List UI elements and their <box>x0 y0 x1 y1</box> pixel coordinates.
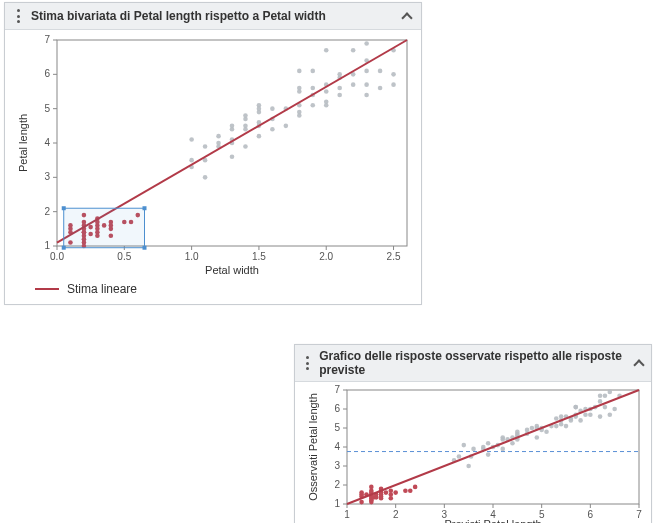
svg-text:0.0: 0.0 <box>50 251 64 262</box>
svg-point-188 <box>371 495 376 500</box>
svg-point-101 <box>337 86 342 91</box>
svg-point-174 <box>389 496 394 501</box>
svg-point-92 <box>310 103 315 108</box>
svg-point-172 <box>369 485 374 490</box>
svg-point-242 <box>598 399 603 404</box>
kebab-icon[interactable] <box>301 354 313 372</box>
svg-text:Petal length: Petal length <box>17 114 29 172</box>
svg-line-251 <box>347 390 639 504</box>
svg-point-245 <box>608 412 613 417</box>
svg-point-183 <box>408 488 413 493</box>
svg-text:5: 5 <box>44 103 50 114</box>
svg-point-91 <box>297 110 302 115</box>
svg-point-184 <box>413 485 418 490</box>
svg-point-165 <box>359 500 364 505</box>
svg-point-240 <box>608 390 613 395</box>
svg-point-235 <box>583 412 588 417</box>
svg-point-61 <box>203 175 208 180</box>
svg-text:2: 2 <box>334 479 340 490</box>
svg-point-198 <box>486 452 491 457</box>
legend-label: Stima lineare <box>67 282 137 296</box>
svg-point-182 <box>403 488 408 493</box>
svg-point-222 <box>554 424 559 429</box>
svg-point-100 <box>324 100 329 105</box>
svg-point-94 <box>310 86 315 91</box>
svg-point-238 <box>588 412 593 417</box>
panel-header[interactable]: Stima bivariata di Petal length rispetto… <box>5 3 421 30</box>
svg-text:6: 6 <box>44 68 50 79</box>
svg-point-105 <box>351 82 356 87</box>
svg-point-84 <box>284 124 289 129</box>
svg-text:6: 6 <box>588 509 594 520</box>
svg-point-60 <box>189 158 194 163</box>
svg-point-171 <box>389 488 394 493</box>
svg-text:4: 4 <box>44 137 50 148</box>
svg-point-72 <box>243 144 248 149</box>
svg-point-104 <box>337 72 342 77</box>
svg-text:1.0: 1.0 <box>185 251 199 262</box>
svg-point-250 <box>486 441 491 446</box>
svg-point-225 <box>573 405 578 410</box>
svg-point-80 <box>257 106 262 111</box>
svg-point-166 <box>359 490 364 495</box>
svg-point-111 <box>364 93 369 98</box>
svg-text:3: 3 <box>334 460 340 471</box>
svg-text:7: 7 <box>636 509 642 520</box>
svg-point-210 <box>530 426 535 431</box>
svg-point-226 <box>564 424 569 429</box>
legend-line-icon <box>35 288 59 290</box>
svg-point-116 <box>391 72 396 77</box>
svg-text:7: 7 <box>44 34 50 45</box>
svg-point-90 <box>297 69 302 74</box>
obs-pred-plot[interactable]: 12345671234567Previsti Petal lengthOsser… <box>295 382 651 523</box>
svg-text:7: 7 <box>334 384 340 395</box>
svg-rect-122 <box>64 208 145 247</box>
chevron-up-icon[interactable] <box>399 8 415 24</box>
svg-point-118 <box>189 137 194 142</box>
kebab-icon[interactable] <box>11 7 25 25</box>
svg-text:0.5: 0.5 <box>117 251 131 262</box>
panel-header[interactable]: Grafico delle risposte osservate rispett… <box>295 345 651 382</box>
svg-point-73 <box>243 113 248 118</box>
svg-point-83 <box>270 127 275 132</box>
svg-text:3: 3 <box>44 171 50 182</box>
svg-point-214 <box>535 435 540 440</box>
svg-point-82 <box>270 106 275 111</box>
svg-point-241 <box>578 418 583 423</box>
svg-rect-126 <box>143 246 147 250</box>
svg-point-74 <box>243 127 248 132</box>
chevron-up-icon[interactable] <box>631 355 645 371</box>
svg-point-108 <box>364 82 369 87</box>
svg-point-95 <box>310 69 315 74</box>
svg-point-202 <box>500 447 505 452</box>
svg-point-209 <box>510 441 515 446</box>
svg-point-103 <box>337 93 342 98</box>
svg-rect-123 <box>62 206 66 210</box>
svg-point-107 <box>351 48 356 53</box>
svg-point-194 <box>481 445 486 450</box>
svg-point-229 <box>598 393 603 398</box>
svg-point-243 <box>598 414 603 419</box>
svg-point-192 <box>471 447 476 452</box>
svg-point-248 <box>462 443 467 448</box>
svg-text:2.5: 2.5 <box>387 251 401 262</box>
svg-point-68 <box>230 154 235 159</box>
svg-text:2: 2 <box>393 509 399 520</box>
svg-point-230 <box>559 422 564 427</box>
svg-point-113 <box>378 86 383 91</box>
svg-point-97 <box>324 89 329 94</box>
bivariate-plot[interactable]: 0.00.51.01.52.02.51234567Petal widthPeta… <box>5 30 421 278</box>
svg-point-190 <box>457 454 462 459</box>
svg-text:1.5: 1.5 <box>252 251 266 262</box>
svg-point-79 <box>257 134 262 139</box>
svg-point-114 <box>378 69 383 74</box>
svg-text:Previsti Petal length: Previsti Petal length <box>444 518 541 523</box>
svg-point-218 <box>554 416 559 421</box>
svg-point-89 <box>297 86 302 91</box>
svg-point-69 <box>230 124 235 129</box>
svg-text:Osservati Petal length: Osservati Petal length <box>307 393 319 501</box>
panel-title: Stima bivariata di Petal length rispetto… <box>31 9 326 23</box>
svg-point-177 <box>369 500 374 505</box>
svg-point-216 <box>544 430 549 435</box>
legend: Stima lineare <box>5 278 421 304</box>
